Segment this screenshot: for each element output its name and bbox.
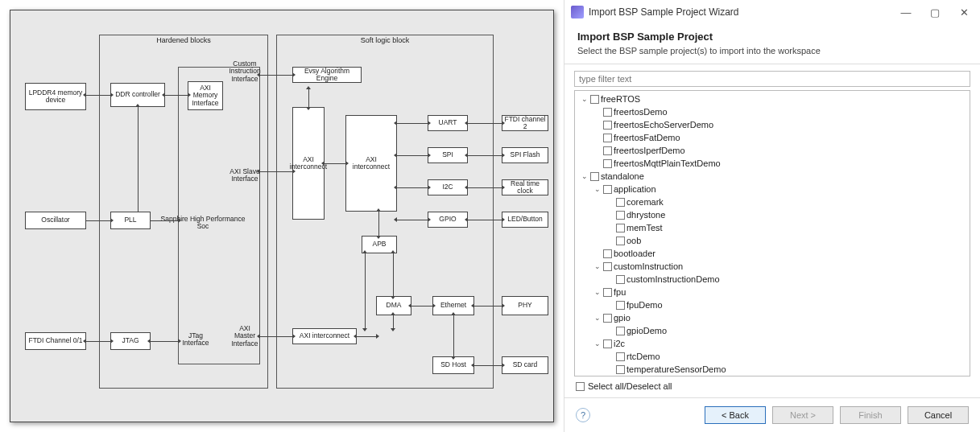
tree-node-label: coremark (626, 195, 664, 208)
minimize-button[interactable]: — (891, 3, 920, 21)
tree-node[interactable]: rtcDemo (604, 350, 970, 363)
chevron-down-icon[interactable]: ⌄ (593, 314, 602, 323)
tree-node[interactable]: ⌄application (591, 183, 970, 195)
conn (260, 171, 292, 172)
checkbox-icon[interactable] (616, 198, 625, 207)
tree-node[interactable]: memTest (604, 221, 970, 234)
checkbox-icon[interactable] (603, 249, 612, 258)
conn (468, 220, 502, 220)
app-icon (571, 6, 584, 19)
tree-node[interactable]: freertosMqttPlainTextDemo (591, 157, 970, 170)
maximize-button[interactable]: ▢ (920, 3, 949, 21)
wizard-dialog: Import BSP Sample Project Wizard — ▢ ✕ I… (564, 0, 980, 432)
select-all-label: Select all/Deselect all (588, 381, 672, 391)
block-phy: PHY (502, 296, 548, 315)
checkbox-icon[interactable] (616, 352, 625, 361)
checkbox-icon[interactable] (603, 108, 612, 117)
chevron-down-icon[interactable]: ⌄ (580, 172, 589, 181)
finish-button[interactable]: Finish (840, 406, 901, 424)
checkbox-icon[interactable] (616, 365, 625, 374)
tree-node[interactable]: fpuDemo (604, 298, 970, 311)
conn (474, 365, 502, 366)
tree-node-label: application (614, 183, 656, 195)
tree-node[interactable]: ⌄i2c (591, 337, 970, 350)
block-axi-ic-bot: AXI interconnect (292, 328, 357, 344)
checkbox-icon[interactable] (616, 301, 625, 310)
block-axi-mem: AXI Memory Interface (188, 81, 223, 110)
conn (138, 107, 139, 212)
tree-node-label: freertosIperfDemo (614, 144, 685, 157)
tree-node[interactable]: ⌄gpio (591, 311, 970, 324)
chevron-down-icon[interactable]: ⌄ (593, 262, 602, 271)
filter-input[interactable] (574, 71, 970, 87)
block-i2c: I2C (428, 179, 468, 195)
page-subtitle: Select the BSP sample project(s) to impo… (577, 46, 967, 56)
checkbox-icon[interactable] (603, 134, 612, 142)
tree-node-label: i2c (614, 337, 625, 350)
checkbox-icon[interactable] (603, 185, 612, 194)
tree-node-label: oob (626, 234, 641, 247)
cancel-button[interactable]: Cancel (908, 406, 969, 424)
chevron-down-icon[interactable]: ⌄ (593, 288, 602, 297)
close-button[interactable]: ✕ (949, 3, 978, 21)
tree-node[interactable]: dhrystone (604, 208, 970, 221)
tree-node[interactable]: customInstructionDemo (604, 273, 970, 286)
block-spi-flash: SPI Flash (502, 147, 548, 163)
chevron-down-icon[interactable]: ⌄ (580, 95, 589, 104)
project-tree[interactable]: ⌄freeRTOSfreertosDemofreertosEchoServerD… (574, 90, 970, 376)
diagram-panel: Hardened blocks Soft logic block LPDDR4 … (0, 0, 564, 432)
checkbox-icon[interactable] (603, 121, 612, 130)
conn (151, 341, 178, 342)
checkbox-icon[interactable] (603, 339, 612, 348)
tree-node[interactable]: gpioDemo (604, 324, 970, 337)
conn (393, 253, 394, 296)
block-sdcard: SD card (502, 356, 548, 374)
block-jtag-if: JTag Interface (181, 329, 210, 350)
next-button[interactable]: Next > (772, 406, 833, 424)
chevron-down-icon[interactable]: ⌄ (593, 339, 602, 348)
checkbox-icon[interactable] (603, 146, 612, 155)
checkbox-icon[interactable] (603, 262, 612, 271)
tree-node-label: customInstructionDemo (626, 273, 720, 286)
tree-node-label: temperatureSensorDemo (626, 363, 726, 376)
tree-node[interactable]: bootloader (591, 247, 970, 260)
conn (397, 187, 428, 188)
back-button[interactable]: < Back (705, 406, 766, 424)
block-ftdi2: FTDI channel 2 (502, 115, 548, 131)
tree-node-label: customInstruction (614, 260, 683, 273)
checkbox-icon[interactable] (616, 237, 625, 245)
block-pll: PLL (110, 212, 151, 229)
checkbox-icon[interactable] (603, 159, 612, 168)
checkbox-icon[interactable] (590, 172, 599, 181)
tree-node[interactable]: freertosFatDemo (591, 131, 970, 144)
checkbox-icon[interactable] (616, 211, 625, 220)
block-axi-ic-top: AXI interconnect (292, 107, 325, 220)
block-rtc: Real time clock (502, 179, 548, 195)
tree-node[interactable]: ⌄standalone (578, 170, 970, 183)
tree-node[interactable]: ⌄freeRTOS (578, 93, 970, 105)
checkbox-icon[interactable] (603, 314, 612, 323)
chevron-down-icon[interactable]: ⌄ (593, 185, 602, 194)
checkbox-icon[interactable] (616, 327, 625, 335)
checkbox-icon[interactable] (616, 275, 625, 284)
help-button[interactable]: ? (576, 408, 590, 422)
wizard-header: Import BSP Sample Project Select the BSP… (564, 24, 980, 64)
checkbox-icon[interactable] (603, 288, 612, 297)
block-osc: Oscillator (25, 212, 86, 229)
tree-node[interactable]: temperatureSensorDemo (604, 363, 970, 376)
block-axi-slave: AXI Slave Interface (226, 163, 263, 187)
checkbox-icon[interactable] (590, 95, 599, 104)
tree-node[interactable]: ⌄customInstruction (591, 260, 970, 273)
tree-node[interactable]: ⌄fpu (591, 286, 970, 298)
select-all-checkbox[interactable]: Select all/Deselect all (574, 376, 970, 391)
tree-node[interactable]: freertosDemo (591, 105, 970, 118)
tree-node[interactable]: oob (604, 234, 970, 247)
tree-node-label: fpu (614, 286, 626, 298)
tree-node[interactable]: freertosIperfDemo (591, 144, 970, 157)
tree-node[interactable]: freertosEchoServerDemo (591, 118, 970, 131)
tree-node[interactable]: coremark (604, 195, 970, 208)
tree-node-label: fpuDemo (626, 298, 663, 311)
block-uart: UART (428, 115, 468, 131)
checkbox-icon[interactable] (616, 224, 625, 232)
tree-node-label: freertosEchoServerDemo (614, 118, 713, 131)
